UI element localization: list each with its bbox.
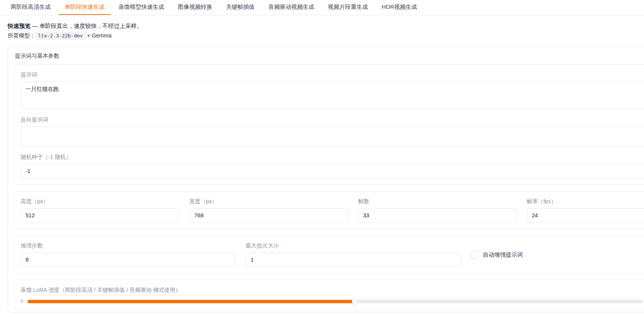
width-input[interactable]	[189, 208, 348, 223]
tab-image-to-video[interactable]: 图像视频转换	[172, 0, 218, 15]
inference-group: 推理步数 最大批次大小 自动增强提示词	[14, 235, 644, 273]
auto-enhance-label: 自动增强提示词	[483, 251, 523, 259]
prompt-params-panel: 提示词与基本参数 提示词 反向提示词 随机种子（-1 随机） 高度（px） 宽度…	[8, 47, 644, 312]
height-field: 高度（px）	[21, 197, 179, 223]
tab-hdr-video[interactable]: HDR视频生成	[376, 0, 423, 15]
tab-single-stage-fast[interactable]: 单阶段快速生成	[59, 0, 110, 15]
frames-input[interactable]	[358, 208, 517, 223]
distill-lora-value: 0	[21, 299, 24, 304]
max-batch-field: 最大批次大小	[245, 242, 460, 267]
max-batch-input[interactable]	[245, 252, 460, 267]
prompt-label: 提示词	[21, 71, 644, 78]
seed-input[interactable]	[21, 164, 644, 178]
distill-lora-slider-fill	[27, 300, 353, 303]
width-label: 宽度（px）	[189, 197, 348, 205]
steps-label: 推理步数	[21, 242, 236, 249]
auto-enhance-field: 自动增强提示词	[471, 242, 644, 267]
tab-keyframe-interpolation[interactable]: 关键帧插值	[220, 0, 260, 15]
mode-summary-text: — 单阶段直出，速度较快，不经过上采样。	[31, 23, 142, 29]
tab-distill-fast[interactable]: 蒸馏模型快速生成	[113, 0, 170, 15]
auto-enhance-checkbox[interactable]	[471, 251, 478, 259]
max-batch-label: 最大批次大小	[245, 242, 460, 249]
negative-prompt-label: 反向提示词	[21, 116, 644, 123]
width-field: 宽度（px）	[189, 197, 348, 223]
mode-description: 快速预览 — 单阶段直出，速度较快，不经过上采样。 所需模型：ltx-2.3-2…	[8, 22, 644, 39]
model-suffix: + Gemma	[87, 32, 111, 39]
tab-bar: 两阶段高清生成 单阶段快速生成 蒸馏模型快速生成 图像视频转换 关键帧插值 音频…	[0, 0, 644, 15]
distill-lora-slider-row: 0	[21, 298, 643, 304]
height-label: 高度（px）	[21, 197, 179, 205]
fps-input[interactable]	[527, 208, 644, 223]
frames-label: 帧数	[358, 197, 517, 205]
prompt-group: 提示词 反向提示词 随机种子（-1 随机）	[14, 64, 644, 185]
negative-prompt-input[interactable]	[21, 126, 644, 146]
steps-field: 推理步数	[21, 242, 236, 267]
distill-lora-label: 蒸馏 LoRA 强度（两阶段高清 / 关键帧插值 / 音频驱动 模式使用）	[21, 286, 644, 294]
distill-lora-slider-thumb[interactable]	[352, 299, 357, 304]
frames-field: 帧数	[358, 197, 517, 223]
fps-field: 帧率（fps）	[527, 197, 644, 223]
model-name-chip: ltx-2.3-22b-dev	[36, 32, 86, 40]
tab-two-stage-hd[interactable]: 两阶段高清生成	[5, 0, 56, 15]
height-input[interactable]	[21, 208, 179, 223]
mode-summary-line: 快速预览 — 单阶段直出，速度较快，不经过上采样。	[8, 22, 644, 29]
prompt-input[interactable]	[21, 81, 644, 109]
required-model-label: 所需模型：	[8, 32, 36, 39]
distill-lora-group: 蒸馏 LoRA 强度（两阶段高清 / 关键帧插值 / 音频驱动 模式使用） 0	[14, 280, 644, 311]
panel-title: 提示词与基本参数	[15, 52, 644, 60]
distill-lora-slider[interactable]	[27, 300, 643, 303]
steps-input[interactable]	[21, 252, 236, 267]
fps-label: 帧率（fps）	[527, 197, 644, 205]
size-group: 高度（px） 宽度（px） 帧数 帧率（fps）	[14, 191, 644, 229]
required-model-line: 所需模型：ltx-2.3-22b-dev + Gemma	[8, 32, 644, 39]
tab-audio-driven[interactable]: 音频驱动视频生成	[263, 0, 320, 15]
tab-clip-regen[interactable]: 视频片段重生成	[322, 0, 374, 15]
seed-label: 随机种子（-1 随机）	[21, 153, 644, 161]
mode-title: 快速预览	[8, 23, 31, 29]
